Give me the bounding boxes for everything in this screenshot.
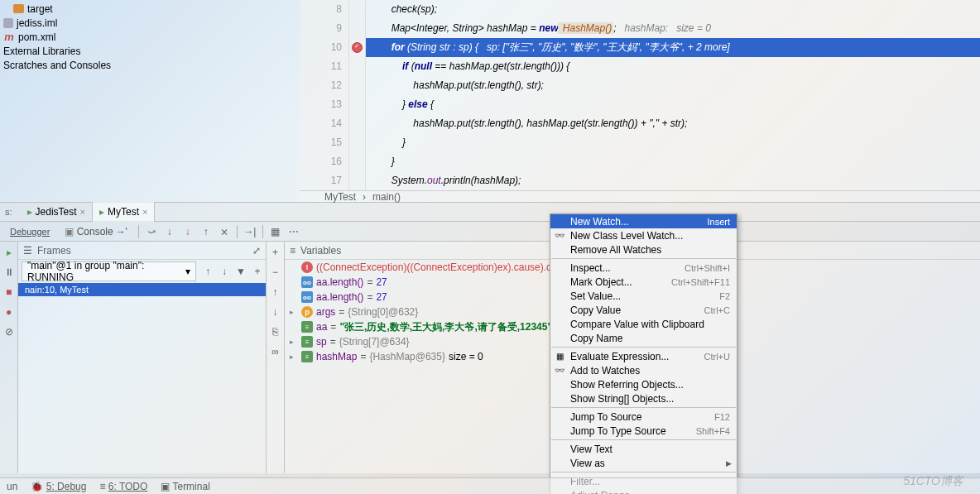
tree-item-jediss[interactable]: jediss.iml [3,16,296,30]
step-over-icon[interactable]: ⤻ [143,223,160,240]
filter-icon[interactable]: ▼ [233,263,249,280]
gutter[interactable]: 8 9 10 11 12 13 14 15 16 17 [300,0,349,190]
editor[interactable]: 8 9 10 11 12 13 14 15 16 17 check(sp); M… [300,0,980,202]
debug-toolbar: Debugger ▣ Console →' ⤻ ↓ ↓ ↑ ⨯ →| ▦ ⋯ [0,222,980,242]
tree-label: target [27,3,53,15]
watch-icon: oo [301,276,313,288]
line-num: 15 [300,133,342,152]
stop-icon[interactable]: ■ [2,285,17,300]
menu-jump-src[interactable]: Jump To SourceF12 [550,410,737,424]
tool-terminal[interactable]: ▣ Terminal [161,481,209,492]
line-num: 14 [300,114,342,133]
menu-set-value[interactable]: Set Value...F2 [550,289,737,303]
breakpoints-icon[interactable]: ● [2,305,17,319]
project-tree[interactable]: target jediss.iml mpom.xml External Libr… [0,0,300,202]
separator [551,347,736,348]
menu-view-as[interactable]: View as▶ [550,456,737,470]
line-num: 16 [300,152,342,171]
menu-show-ref[interactable]: Show Referring Objects... [550,377,737,391]
tab-debugger[interactable]: Debugger [3,227,56,237]
vars-icon: ≡ [290,245,295,257]
tree-label: pom.xml [18,31,55,43]
new-watch-icon[interactable]: + [268,245,283,260]
chevron-down-icon: ▾ [185,266,190,277]
menu-jump-type[interactable]: Jump To Type SourceShift+F4 [550,424,737,438]
down-icon[interactable]: ↓ [268,305,283,319]
close-icon[interactable]: × [142,207,147,217]
tool-run[interactable]: un [7,481,17,492]
run-tabs: s: ▸JedisTest× ▸MyTest× [0,202,980,222]
code-line: Map<Integer, String> hashMap = new HashM… [369,19,980,38]
separator [262,225,263,238]
debug-side-toolbar: ▸ ⏸ ■ ● ⊘ [0,242,18,473]
glasses-icon: 👓 [554,230,565,242]
tree-label: jediss.iml [17,17,57,29]
gutter-icons[interactable] [349,0,366,190]
tree-item-pom[interactable]: mpom.xml [3,30,296,44]
add-icon[interactable]: + [249,263,266,280]
label: s: [5,207,12,217]
context-menu: New Watch...Insert 👓New Class Level Watc… [550,213,737,494]
step-out-icon[interactable]: ↑ [198,223,214,240]
more-icon[interactable]: ⋯ [286,223,302,240]
inline-hint: sp: ["张三", "历史", "数学", "王大妈", "李大爷", + 2… [487,41,730,53]
chevron-right-icon: ▶ [726,459,732,468]
menu-evaluate[interactable]: ▦Evaluate Expression...Ctrl+U [550,349,737,363]
pin-icon[interactable]: ⤢ [252,245,261,257]
breadcrumb-item[interactable]: MyTest [324,191,356,203]
tree-item-scratches[interactable]: Scratches and Consoles [3,58,296,72]
menu-copy-name[interactable]: Copy Name [550,331,737,345]
tree-item-target[interactable]: target [3,2,296,16]
menu-new-class-watch[interactable]: 👓New Class Level Watch... [550,228,737,242]
prev-frame-icon[interactable]: ↑ [199,263,216,280]
menu-view-text[interactable]: View Text [550,442,737,456]
run-to-cursor-icon[interactable]: →| [242,223,258,240]
glasses-icon[interactable]: ∞ [268,344,283,359]
breadcrumb[interactable]: MyTest›main() [300,190,980,203]
breakpoint-icon[interactable] [352,42,363,53]
breadcrumb-item[interactable]: main() [372,191,401,203]
mute-icon[interactable]: ⊘ [2,324,17,339]
up-icon[interactable]: ↑ [268,285,283,300]
code-line: hashMap.put(str.length(), str); [369,76,980,95]
thread-selector[interactable]: "main"@1 in group "main": RUNNING▾ [22,261,196,281]
close-icon[interactable]: × [80,207,85,217]
menu-mark[interactable]: Mark Object...Ctrl+Shift+F11 [550,275,737,289]
frames-header: ☰Frames⤢ [18,242,266,260]
threads-icon[interactable]: ☰ [23,245,32,257]
tool-todo[interactable]: ≡ 6: TODO [99,481,147,492]
frame-row[interactable]: nain:10, MyTest [18,283,266,296]
watch-icon: 👓 [554,365,565,376]
menu-show-str[interactable]: Show String[] Objects... [550,391,737,405]
maven-icon: m [3,31,15,43]
tool-debug[interactable]: 🐞 5: Debug [31,481,86,492]
param-icon: p [301,306,313,318]
resume-icon[interactable]: ▸ [2,245,17,260]
vars-toolbar: + − ↑ ↓ ⎘ ∞ [267,242,285,473]
copy-icon[interactable]: ⎘ [268,324,283,339]
step-into-icon[interactable]: ↓ [161,223,178,240]
menu-copy-value[interactable]: Copy ValueCtrl+C [550,303,737,317]
evaluate-icon[interactable]: ▦ [267,223,284,240]
menu-add-watch[interactable]: 👓Add to Watches [550,363,737,377]
panel-title: Variables [300,245,341,257]
error-icon: ! [301,261,313,273]
next-frame-icon[interactable]: ↓ [216,263,233,280]
file-icon [3,18,13,28]
menu-remove-all[interactable]: Remove All Watches [550,242,737,257]
run-tab-mytest[interactable]: ▸MyTest× [93,202,155,222]
force-step-icon[interactable]: ↓ [180,223,196,240]
remove-watch-icon[interactable]: − [268,265,283,280]
line-num: 10 [300,38,342,57]
pause-icon[interactable]: ⏸ [2,265,17,280]
tab-console[interactable]: ▣ Console →' [58,226,133,237]
menu-new-watch[interactable]: New Watch...Insert [550,214,737,228]
code-area[interactable]: check(sp); Map<Integer, String> hashMap … [366,0,980,190]
separator [551,407,736,408]
drop-frame-icon[interactable]: ⨯ [216,223,233,240]
menu-compare[interactable]: Compare Value with Clipboard [550,317,737,331]
menu-inspect[interactable]: Inspect...Ctrl+Shift+I [550,261,737,275]
run-tab-jedis[interactable]: ▸JedisTest× [21,202,93,222]
var-icon: ≡ [301,336,313,348]
tree-item-ext-lib[interactable]: External Libraries [3,44,296,58]
